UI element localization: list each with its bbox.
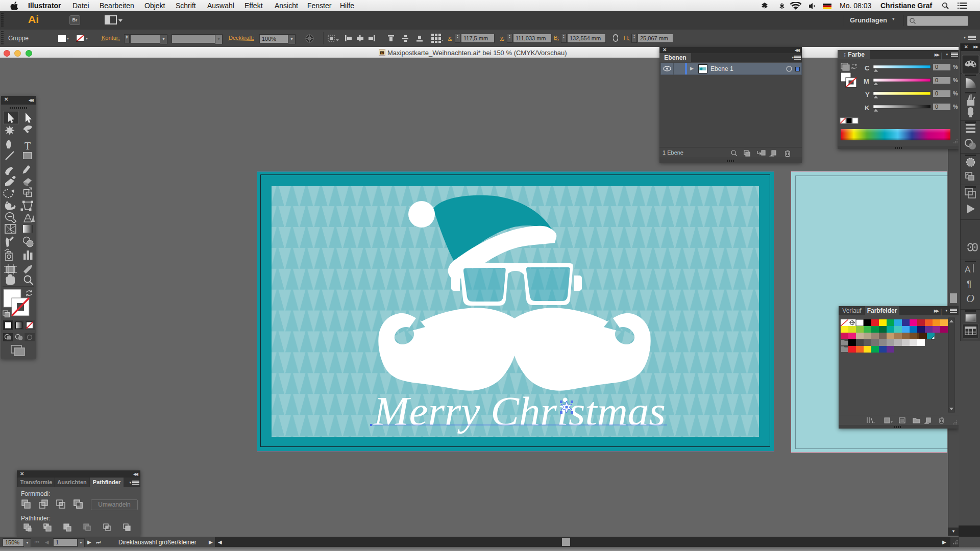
svg-text:%: % [953,104,958,110]
svg-text:O: O [966,292,974,305]
svg-text:A: A [965,265,971,274]
svg-text:Y: Y [865,91,870,98]
svg-text:C: C [865,64,870,72]
svg-text:0: 0 [935,90,938,96]
svg-text:M: M [864,78,869,85]
svg-text:%: % [953,64,958,70]
svg-text:0: 0 [935,77,938,83]
svg-text:%: % [953,90,958,96]
svg-text:¶: ¶ [967,279,972,289]
svg-text:K: K [865,104,870,112]
svg-text:0: 0 [935,104,938,110]
svg-text:Merry Christmas: Merry Christmas [373,389,666,434]
svg-text:%: % [953,77,958,83]
svg-text:Ai: Ai [381,52,383,55]
svg-text:T: T [24,140,31,152]
svg-text:0: 0 [935,64,938,70]
